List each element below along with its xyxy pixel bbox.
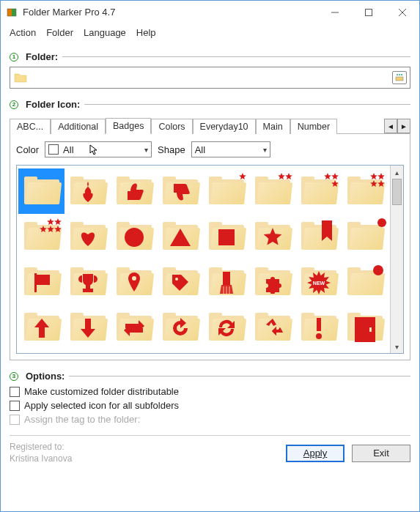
svg-rect-4 [366,9,372,15]
tab-panel-badges: Color All ▾ Shape All ▾ NEW [10,133,410,360]
section-folder-header: 1 Folder: [10,51,410,62]
svg-point-11 [125,228,144,247]
svg-rect-0 [7,9,12,16]
tab-badges[interactable]: Badges [106,118,151,134]
color-swatch [48,144,59,155]
scroll-up-icon[interactable]: ▴ [391,166,403,179]
folder-icon [13,70,28,85]
cursor-icon [89,144,101,156]
icon-item-exclaim[interactable] [296,305,342,350]
tab-scroll-right[interactable]: ► [397,119,410,133]
color-filter-value: All [63,144,73,155]
menu-help[interactable]: Help [136,27,156,38]
browse-button[interactable] [392,71,407,84]
icon-item-pin[interactable] [111,259,157,305]
step-badge-1: 1 [10,53,18,62]
icon-item-star[interactable] [250,214,296,259]
section-options-label: Options: [26,371,65,382]
shape-filter-value: All [195,144,205,155]
icon-item-star-1[interactable] [204,168,250,214]
checkbox[interactable] [10,401,20,411]
svg-rect-23 [317,318,321,331]
tab-abc[interactable]: ABC... [10,119,51,134]
step-badge-2: 2 [10,100,18,109]
option-assign-tag: Assign the tag to the folder: [10,414,410,425]
section-icon-label: Folder Icon: [26,99,80,110]
window-title: Folder Marker Pro 4.7 [23,7,318,18]
icon-item-thumbs-down[interactable] [157,168,203,214]
icon-item-brush[interactable] [204,259,250,305]
icon-item-dot[interactable] [342,214,388,259]
icon-item-trophy[interactable] [65,259,111,305]
option-assign-tag-label: Assign the tag to the folder: [24,414,140,425]
icon-item-square[interactable] [204,214,250,259]
apply-button[interactable]: Apply [286,445,345,462]
option-distributable[interactable]: Make customized folder distributable [10,386,410,397]
icon-item-arrow-down[interactable] [65,305,111,350]
registered-to-name: Kristina Ivanova [10,453,72,465]
icon-item-plain[interactable] [18,168,65,214]
icon-item-star-3[interactable] [296,168,342,214]
scroll-down-icon[interactable]: ▾ [391,340,403,353]
svg-point-13 [377,218,386,227]
divider [69,376,410,376]
icon-item-star-2[interactable] [250,168,296,214]
minimize-button[interactable] [318,1,352,24]
tab-colors[interactable]: Colors [151,119,192,134]
tab-additional[interactable]: Additional [51,119,106,134]
close-button[interactable] [386,1,419,24]
icon-item-dot-top[interactable] [342,259,388,305]
tab-everyday10[interactable]: Everyday10 [193,119,256,134]
color-filter-combo[interactable]: All ▾ [45,141,152,157]
divider [62,56,410,57]
icon-item-thumbs-up[interactable] [111,168,157,214]
chevron-down-icon: ▾ [263,146,267,154]
icon-item-flag[interactable] [18,259,65,305]
icon-item-sync[interactable] [204,305,250,350]
icon-item-heart[interactable] [65,214,111,259]
menu-language[interactable]: Language [84,27,126,38]
icon-item-bookmark[interactable] [296,214,342,259]
option-subfolders[interactable]: Apply selected icon for all subfolders [10,400,410,411]
icon-item-swap[interactable] [111,305,157,350]
menu-action[interactable]: Action [10,27,36,38]
svg-point-9 [399,74,400,75]
menu-folder[interactable]: Folder [46,27,73,38]
svg-rect-26 [369,327,372,332]
option-subfolders-label: Apply selected icon for all subfolders [24,400,179,411]
tab-main[interactable]: Main [256,119,290,134]
icon-item-puzzle[interactable] [250,259,296,305]
titlebar: Folder Marker Pro 4.7 [1,1,419,24]
svg-rect-1 [12,9,16,16]
scrollbar[interactable]: ▴ ▾ [390,166,403,353]
registration-info: Registered to: Kristina Ivanova [10,442,72,464]
tab-scroll-left[interactable]: ◄ [384,119,397,133]
section-folder-label: Folder: [26,51,58,62]
step-badge-3: 3 [10,372,18,381]
tab-number[interactable]: Number [290,119,337,134]
maximize-button[interactable] [352,1,386,24]
icon-item-circle[interactable] [111,214,157,259]
exit-button[interactable]: Exit [352,445,410,462]
checkbox-disabled [10,415,20,425]
svg-point-10 [401,74,402,75]
chevron-down-icon: ▾ [144,146,148,154]
shape-filter-combo[interactable]: All ▾ [191,141,270,157]
icon-item-redo[interactable] [157,305,203,350]
icon-item-door[interactable] [342,305,388,350]
icon-item-star-4[interactable] [342,168,388,214]
icon-item-recycle[interactable] [250,305,296,350]
svg-point-16 [175,278,178,281]
option-distributable-label: Make customized folder distributable [24,386,179,397]
checkbox[interactable] [10,387,20,397]
folder-path-input[interactable] [10,67,410,89]
icon-item-tag[interactable] [157,259,203,305]
icon-item-star-5[interactable] [18,214,65,259]
scroll-track[interactable] [391,179,403,340]
icon-grid: NEW [17,166,390,353]
icon-item-arrow-up[interactable] [18,305,65,350]
icon-item-flame[interactable] [65,168,111,214]
scroll-thumb[interactable] [392,179,402,205]
icon-item-triangle[interactable] [157,214,203,259]
icon-item-new[interactable]: NEW [296,259,342,305]
